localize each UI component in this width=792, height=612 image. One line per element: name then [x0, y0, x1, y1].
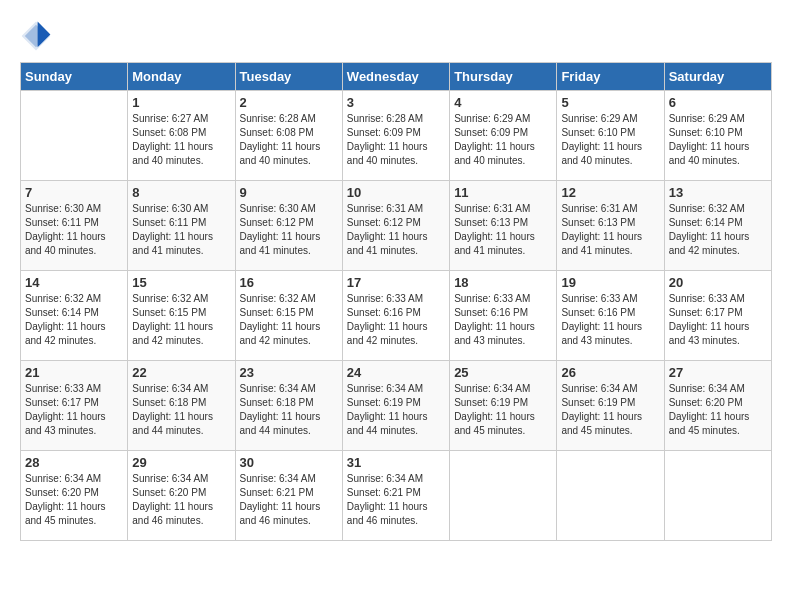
- day-number: 22: [132, 365, 230, 380]
- calendar-cell: 12Sunrise: 6:31 AMSunset: 6:13 PMDayligh…: [557, 181, 664, 271]
- calendar-table: SundayMondayTuesdayWednesdayThursdayFrid…: [20, 62, 772, 541]
- day-number: 29: [132, 455, 230, 470]
- page-header: [20, 20, 772, 52]
- calendar-body: 1Sunrise: 6:27 AMSunset: 6:08 PMDaylight…: [21, 91, 772, 541]
- day-number: 13: [669, 185, 767, 200]
- calendar-header: SundayMondayTuesdayWednesdayThursdayFrid…: [21, 63, 772, 91]
- calendar-cell: 5Sunrise: 6:29 AMSunset: 6:10 PMDaylight…: [557, 91, 664, 181]
- calendar-cell: 1Sunrise: 6:27 AMSunset: 6:08 PMDaylight…: [128, 91, 235, 181]
- header-day-friday: Friday: [557, 63, 664, 91]
- cell-info: Sunrise: 6:34 AMSunset: 6:20 PMDaylight:…: [25, 472, 123, 528]
- cell-info: Sunrise: 6:33 AMSunset: 6:16 PMDaylight:…: [561, 292, 659, 348]
- cell-info: Sunrise: 6:31 AMSunset: 6:13 PMDaylight:…: [561, 202, 659, 258]
- cell-info: Sunrise: 6:34 AMSunset: 6:19 PMDaylight:…: [347, 382, 445, 438]
- cell-info: Sunrise: 6:34 AMSunset: 6:20 PMDaylight:…: [132, 472, 230, 528]
- calendar-cell: 10Sunrise: 6:31 AMSunset: 6:12 PMDayligh…: [342, 181, 449, 271]
- cell-info: Sunrise: 6:33 AMSunset: 6:17 PMDaylight:…: [25, 382, 123, 438]
- calendar-cell: 14Sunrise: 6:32 AMSunset: 6:14 PMDayligh…: [21, 271, 128, 361]
- cell-info: Sunrise: 6:29 AMSunset: 6:09 PMDaylight:…: [454, 112, 552, 168]
- header-day-thursday: Thursday: [450, 63, 557, 91]
- cell-info: Sunrise: 6:28 AMSunset: 6:08 PMDaylight:…: [240, 112, 338, 168]
- cell-info: Sunrise: 6:34 AMSunset: 6:21 PMDaylight:…: [347, 472, 445, 528]
- cell-info: Sunrise: 6:33 AMSunset: 6:17 PMDaylight:…: [669, 292, 767, 348]
- day-number: 14: [25, 275, 123, 290]
- calendar-cell: [450, 451, 557, 541]
- calendar-cell: 9Sunrise: 6:30 AMSunset: 6:12 PMDaylight…: [235, 181, 342, 271]
- day-number: 3: [347, 95, 445, 110]
- calendar-cell: 31Sunrise: 6:34 AMSunset: 6:21 PMDayligh…: [342, 451, 449, 541]
- calendar-cell: 2Sunrise: 6:28 AMSunset: 6:08 PMDaylight…: [235, 91, 342, 181]
- cell-info: Sunrise: 6:31 AMSunset: 6:12 PMDaylight:…: [347, 202, 445, 258]
- cell-info: Sunrise: 6:32 AMSunset: 6:15 PMDaylight:…: [132, 292, 230, 348]
- day-number: 12: [561, 185, 659, 200]
- svg-marker-2: [38, 22, 51, 48]
- calendar-cell: 6Sunrise: 6:29 AMSunset: 6:10 PMDaylight…: [664, 91, 771, 181]
- header-day-monday: Monday: [128, 63, 235, 91]
- day-number: 10: [347, 185, 445, 200]
- header-day-sunday: Sunday: [21, 63, 128, 91]
- day-number: 11: [454, 185, 552, 200]
- day-number: 20: [669, 275, 767, 290]
- calendar-cell: [664, 451, 771, 541]
- header-day-tuesday: Tuesday: [235, 63, 342, 91]
- cell-info: Sunrise: 6:29 AMSunset: 6:10 PMDaylight:…: [561, 112, 659, 168]
- cell-info: Sunrise: 6:32 AMSunset: 6:14 PMDaylight:…: [25, 292, 123, 348]
- day-number: 8: [132, 185, 230, 200]
- day-number: 17: [347, 275, 445, 290]
- calendar-cell: 20Sunrise: 6:33 AMSunset: 6:17 PMDayligh…: [664, 271, 771, 361]
- calendar-cell: 16Sunrise: 6:32 AMSunset: 6:15 PMDayligh…: [235, 271, 342, 361]
- day-number: 6: [669, 95, 767, 110]
- calendar-cell: 17Sunrise: 6:33 AMSunset: 6:16 PMDayligh…: [342, 271, 449, 361]
- week-row-4: 28Sunrise: 6:34 AMSunset: 6:20 PMDayligh…: [21, 451, 772, 541]
- logo: [20, 20, 56, 52]
- cell-info: Sunrise: 6:34 AMSunset: 6:19 PMDaylight:…: [561, 382, 659, 438]
- day-number: 2: [240, 95, 338, 110]
- calendar-cell: 24Sunrise: 6:34 AMSunset: 6:19 PMDayligh…: [342, 361, 449, 451]
- cell-info: Sunrise: 6:29 AMSunset: 6:10 PMDaylight:…: [669, 112, 767, 168]
- cell-info: Sunrise: 6:34 AMSunset: 6:20 PMDaylight:…: [669, 382, 767, 438]
- week-row-1: 7Sunrise: 6:30 AMSunset: 6:11 PMDaylight…: [21, 181, 772, 271]
- day-number: 26: [561, 365, 659, 380]
- cell-info: Sunrise: 6:34 AMSunset: 6:18 PMDaylight:…: [132, 382, 230, 438]
- cell-info: Sunrise: 6:30 AMSunset: 6:11 PMDaylight:…: [132, 202, 230, 258]
- cell-info: Sunrise: 6:30 AMSunset: 6:12 PMDaylight:…: [240, 202, 338, 258]
- calendar-cell: 25Sunrise: 6:34 AMSunset: 6:19 PMDayligh…: [450, 361, 557, 451]
- day-number: 30: [240, 455, 338, 470]
- calendar-cell: [557, 451, 664, 541]
- week-row-0: 1Sunrise: 6:27 AMSunset: 6:08 PMDaylight…: [21, 91, 772, 181]
- day-number: 7: [25, 185, 123, 200]
- calendar-cell: 26Sunrise: 6:34 AMSunset: 6:19 PMDayligh…: [557, 361, 664, 451]
- logo-icon: [20, 20, 52, 52]
- cell-info: Sunrise: 6:34 AMSunset: 6:18 PMDaylight:…: [240, 382, 338, 438]
- day-number: 9: [240, 185, 338, 200]
- calendar-cell: 7Sunrise: 6:30 AMSunset: 6:11 PMDaylight…: [21, 181, 128, 271]
- cell-info: Sunrise: 6:34 AMSunset: 6:19 PMDaylight:…: [454, 382, 552, 438]
- week-row-3: 21Sunrise: 6:33 AMSunset: 6:17 PMDayligh…: [21, 361, 772, 451]
- day-number: 16: [240, 275, 338, 290]
- day-number: 19: [561, 275, 659, 290]
- cell-info: Sunrise: 6:34 AMSunset: 6:21 PMDaylight:…: [240, 472, 338, 528]
- calendar-cell: 30Sunrise: 6:34 AMSunset: 6:21 PMDayligh…: [235, 451, 342, 541]
- calendar-cell: 21Sunrise: 6:33 AMSunset: 6:17 PMDayligh…: [21, 361, 128, 451]
- calendar-cell: 22Sunrise: 6:34 AMSunset: 6:18 PMDayligh…: [128, 361, 235, 451]
- day-number: 31: [347, 455, 445, 470]
- calendar-cell: [21, 91, 128, 181]
- day-number: 15: [132, 275, 230, 290]
- week-row-2: 14Sunrise: 6:32 AMSunset: 6:14 PMDayligh…: [21, 271, 772, 361]
- calendar-cell: 29Sunrise: 6:34 AMSunset: 6:20 PMDayligh…: [128, 451, 235, 541]
- day-number: 1: [132, 95, 230, 110]
- header-row: SundayMondayTuesdayWednesdayThursdayFrid…: [21, 63, 772, 91]
- day-number: 25: [454, 365, 552, 380]
- calendar-cell: 8Sunrise: 6:30 AMSunset: 6:11 PMDaylight…: [128, 181, 235, 271]
- cell-info: Sunrise: 6:32 AMSunset: 6:15 PMDaylight:…: [240, 292, 338, 348]
- calendar-cell: 3Sunrise: 6:28 AMSunset: 6:09 PMDaylight…: [342, 91, 449, 181]
- day-number: 21: [25, 365, 123, 380]
- cell-info: Sunrise: 6:28 AMSunset: 6:09 PMDaylight:…: [347, 112, 445, 168]
- cell-info: Sunrise: 6:31 AMSunset: 6:13 PMDaylight:…: [454, 202, 552, 258]
- calendar-cell: 27Sunrise: 6:34 AMSunset: 6:20 PMDayligh…: [664, 361, 771, 451]
- cell-info: Sunrise: 6:33 AMSunset: 6:16 PMDaylight:…: [454, 292, 552, 348]
- day-number: 28: [25, 455, 123, 470]
- cell-info: Sunrise: 6:33 AMSunset: 6:16 PMDaylight:…: [347, 292, 445, 348]
- day-number: 27: [669, 365, 767, 380]
- day-number: 4: [454, 95, 552, 110]
